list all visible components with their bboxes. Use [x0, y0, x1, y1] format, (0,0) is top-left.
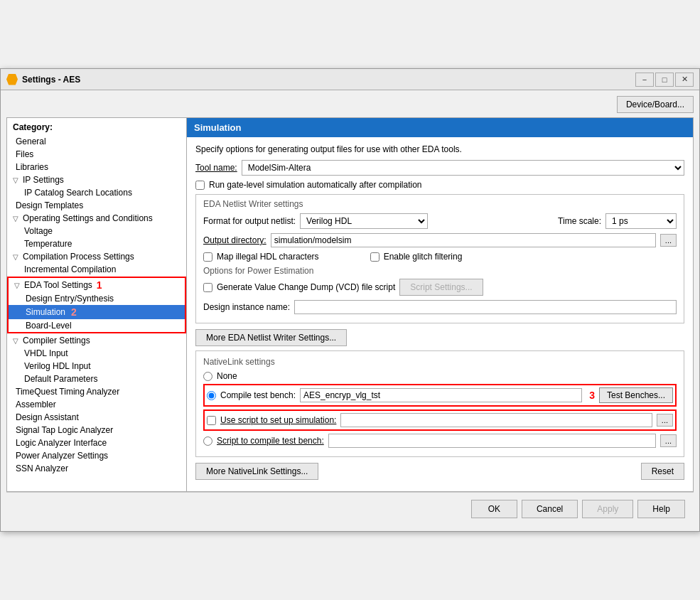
power-estimation-label: Options for Power Estimation	[203, 266, 677, 276]
sidebar-item-ssn-analyzer[interactable]: SSN Analyzer	[7, 462, 186, 475]
compile-tb-row: Compile test bench: 3 Test Benches...	[203, 384, 677, 407]
sidebar-item-voltage[interactable]: Voltage	[7, 225, 186, 237]
format-select[interactable]: Verilog HDL	[300, 213, 428, 229]
generate-vcd-label: Generate Value Change Dump (VCD) file sc…	[217, 282, 395, 292]
ip-settings-label: IP Settings	[23, 175, 64, 185]
sidebar-group-operating[interactable]: ▽ Operating Settings and Conditions	[7, 212, 186, 225]
format-label: Format for output netlist:	[203, 216, 296, 226]
sidebar-group-eda-tool[interactable]: ▽ EDA Tool Settings 1	[9, 278, 185, 292]
script-compile-radio[interactable]	[203, 436, 212, 446]
script-settings-button[interactable]: Script Settings...	[399, 279, 483, 296]
format-timescale-row: Format for output netlist: Verilog HDL T…	[203, 213, 677, 229]
power-analyzer-label: Power Analyzer Settings	[16, 451, 108, 461]
design-instance-input[interactable]	[294, 300, 677, 314]
content-header: Simulation	[187, 118, 693, 137]
expand-icon-eda: ▽	[14, 282, 23, 289]
time-scale-label: Time scale:	[558, 216, 601, 226]
close-button[interactable]: ✕	[675, 73, 694, 87]
sidebar-item-power-analyzer[interactable]: Power Analyzer Settings	[7, 449, 186, 462]
compile-tb-input[interactable]	[300, 388, 582, 402]
assembler-label: Assembler	[16, 400, 56, 409]
design-instance-label: Design instance name:	[203, 302, 290, 312]
output-dir-browse-button[interactable]: ...	[660, 234, 677, 247]
more-nativelink-button[interactable]: More NativeLink Settings...	[195, 463, 318, 480]
use-script-checkbox[interactable]	[207, 416, 216, 425]
sidebar-item-timequest[interactable]: TimeQuest Timing Analyzer	[7, 385, 186, 398]
sidebar-item-simulation[interactable]: Simulation 2	[9, 305, 185, 319]
window-title: Settings - AES	[22, 75, 635, 85]
use-script-label: Use script to set up simulation:	[220, 415, 336, 425]
sidebar-item-design-assistant[interactable]: Design Assistant	[7, 411, 186, 424]
more-eda-button[interactable]: More EDA Netlist Writer Settings...	[195, 329, 347, 346]
maximize-button[interactable]: □	[655, 73, 674, 87]
voltage-label: Voltage	[24, 226, 53, 236]
sidebar-item-assembler[interactable]: Assembler	[7, 398, 186, 411]
generate-vcd-checkbox[interactable]	[203, 283, 212, 292]
help-button[interactable]: Help	[637, 500, 685, 518]
time-scale-select[interactable]: 1 ps	[605, 213, 677, 229]
sidebar-item-vhdl[interactable]: VHDL Input	[7, 347, 186, 360]
bottom-buttons-bar: OK Cancel Apply Help	[6, 492, 694, 525]
signal-tap-label: Signal Tap Logic Analyzer	[16, 425, 113, 435]
title-bar-buttons: − □ ✕	[635, 73, 694, 87]
badge-2: 2	[71, 306, 77, 318]
sidebar-item-verilog[interactable]: Verilog HDL Input	[7, 360, 186, 373]
sidebar-item-incremental[interactable]: Incremental Compilation	[7, 263, 186, 276]
test-benches-button[interactable]: Test Benches...	[599, 387, 673, 403]
reset-button[interactable]: Reset	[641, 463, 684, 480]
sidebar-item-files[interactable]: Files	[7, 148, 186, 161]
tool-name-select[interactable]: ModelSim-Altera	[242, 160, 684, 176]
sidebar-item-signal-tap[interactable]: Signal Tap Logic Analyzer	[7, 424, 186, 436]
board-level-label: Board-Level	[26, 321, 72, 331]
flags-row: Map illegal HDL characters Enable glitch…	[203, 252, 677, 262]
sidebar-item-design-templates[interactable]: Design Templates	[7, 199, 186, 212]
default-params-label: Default Parameters	[24, 374, 97, 384]
design-entry-label: Design Entry/Synthesis	[26, 294, 114, 304]
use-script-browse-button[interactable]: ...	[657, 414, 673, 427]
logic-analyzer-label: Logic Analyzer Interface	[16, 438, 107, 448]
run-gate-level-checkbox[interactable]	[195, 181, 205, 190]
map-illegal-label: Map illegal HDL characters	[217, 252, 319, 262]
sidebar-item-temperature[interactable]: Temperature	[7, 237, 186, 250]
ssn-analyzer-label: SSN Analyzer	[16, 464, 68, 473]
compile-tb-radio[interactable]	[207, 391, 216, 400]
files-label: Files	[16, 149, 33, 159]
eda-netlist-section: EDA Netlist Writer settings Format for o…	[195, 194, 684, 323]
none-radio[interactable]	[203, 372, 212, 381]
none-label: None	[217, 371, 237, 381]
sidebar-group-compilation[interactable]: ▽ Compilation Process Settings	[7, 250, 186, 263]
libraries-label: Libraries	[16, 162, 48, 172]
expand-icon: ▽	[13, 176, 21, 184]
sidebar-item-logic-analyzer[interactable]: Logic Analyzer Interface	[7, 436, 186, 449]
sidebar-group-ip-settings[interactable]: ▽ IP Settings	[7, 173, 186, 186]
badge-1: 1	[97, 279, 102, 291]
more-eda-row: More EDA Netlist Writer Settings...	[195, 329, 684, 346]
sidebar-group-compiler[interactable]: ▽ Compiler Settings	[7, 334, 186, 347]
minimize-button[interactable]: −	[635, 73, 654, 87]
apply-button[interactable]: Apply	[582, 500, 633, 518]
sidebar-item-board-level[interactable]: Board-Level	[9, 319, 185, 332]
content-bottom-row: More NativeLink Settings... Reset	[195, 463, 684, 480]
script-compile-browse-button[interactable]: ...	[660, 434, 677, 447]
timequest-label: TimeQuest Timing Analyzer	[16, 387, 119, 397]
map-illegal-hdl-checkbox[interactable]	[203, 252, 212, 262]
use-script-input[interactable]	[340, 413, 652, 427]
main-area: Category: General Files Libraries ▽ IP S…	[6, 117, 694, 492]
operating-label: Operating Settings and Conditions	[23, 213, 153, 223]
ok-button[interactable]: OK	[471, 500, 517, 518]
cancel-button[interactable]: Cancel	[522, 500, 578, 518]
settings-window: Settings - AES − □ ✕ Device/Board... Cat…	[0, 68, 700, 532]
sidebar-item-design-entry[interactable]: Design Entry/Synthesis	[9, 292, 185, 305]
sidebar-item-ip-catalog[interactable]: IP Catalog Search Locations	[7, 186, 186, 199]
sidebar-item-general[interactable]: General	[7, 135, 186, 148]
output-dir-input[interactable]	[271, 233, 656, 247]
sidebar-item-libraries[interactable]: Libraries	[7, 161, 186, 173]
sidebar: Category: General Files Libraries ▽ IP S…	[7, 118, 187, 491]
enable-glitch-checkbox[interactable]	[370, 252, 379, 262]
sidebar-item-default-params[interactable]: Default Parameters	[7, 373, 186, 385]
device-board-button[interactable]: Device/Board...	[617, 96, 694, 113]
eda-tool-label: EDA Tool Settings	[24, 280, 92, 290]
temperature-label: Temperature	[24, 239, 72, 249]
script-compile-input[interactable]	[328, 434, 656, 448]
content-body: Specify options for generating output fi…	[187, 137, 693, 491]
